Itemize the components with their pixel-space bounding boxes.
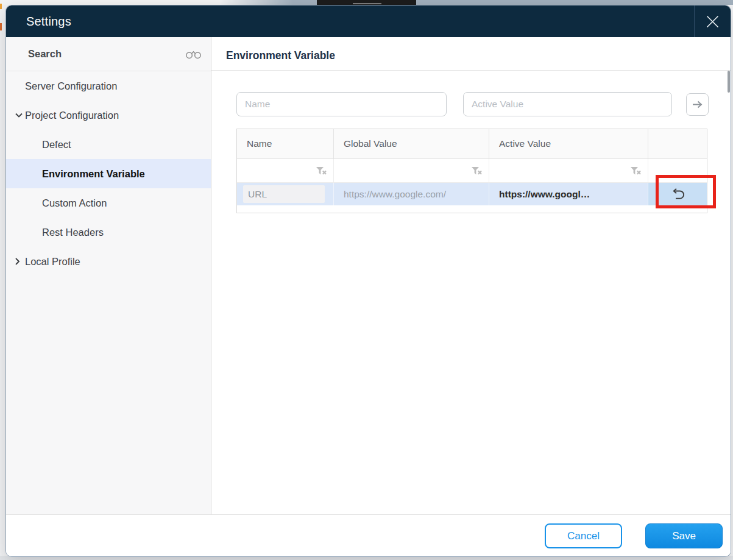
sidebar-item-label: Server Configuration xyxy=(25,80,117,92)
sidebar-item-label: Environment Variable xyxy=(42,168,145,180)
chevron-right-icon[interactable] xyxy=(15,257,20,266)
column-header-global-value: Global Value xyxy=(334,129,489,158)
save-button[interactable]: Save xyxy=(645,523,723,548)
filter-cell-actions xyxy=(648,159,707,182)
sidebar: Search Server Configuration Project Conf… xyxy=(6,37,211,514)
row-cell-global-value: https://www.google.com/ xyxy=(334,183,489,205)
name-input[interactable] xyxy=(236,92,447,116)
screen: { "window": { "title": "Settings" }, "si… xyxy=(0,0,733,560)
sidebar-item-label: Custom Action xyxy=(42,197,107,209)
add-variable-form xyxy=(236,92,709,116)
sidebar-item-rest-headers[interactable]: Rest Headers xyxy=(6,218,211,247)
variable-name-value: URL xyxy=(243,185,325,203)
undo-icon xyxy=(670,188,686,200)
column-header-active-value: Active Value xyxy=(489,129,648,158)
background-window-sliver xyxy=(0,4,2,9)
search-label: Search xyxy=(28,48,62,60)
binoculars-icon[interactable] xyxy=(185,49,202,59)
column-header-actions xyxy=(648,129,707,158)
sidebar-item-project-configuration[interactable]: Project Configuration xyxy=(6,101,211,130)
close-icon xyxy=(706,15,720,29)
title-divider xyxy=(211,70,731,71)
page-title: Environment Variable xyxy=(226,49,335,62)
filter-clear-icon[interactable] xyxy=(631,167,642,175)
table-header-row: Name Global Value Active Value xyxy=(237,129,707,159)
dialog-body: Search Server Configuration Project Conf… xyxy=(6,37,731,514)
sidebar-item-label: Project Configuration xyxy=(25,110,119,121)
close-button[interactable] xyxy=(694,5,731,37)
sidebar-search[interactable]: Search xyxy=(6,37,211,71)
sidebar-item-label: Defect xyxy=(42,139,71,151)
cancel-button[interactable]: Cancel xyxy=(545,523,622,548)
filter-cell-name[interactable] xyxy=(237,159,334,182)
background-window-sliver xyxy=(0,23,2,30)
active-value-input[interactable] xyxy=(463,92,672,116)
dialog-title: Settings xyxy=(26,15,71,29)
dialog-header: Settings xyxy=(6,5,731,37)
revert-button[interactable] xyxy=(648,183,707,205)
settings-dialog: Settings Search Server Configuration xyxy=(5,5,731,557)
main-panel: Environment Variable Name xyxy=(211,37,731,514)
sidebar-item-label: Rest Headers xyxy=(42,227,104,238)
filter-clear-icon[interactable] xyxy=(472,167,483,175)
table-row[interactable]: URL https://www.google.com/ https://www.… xyxy=(237,183,707,205)
sidebar-item-label: Local Profile xyxy=(25,256,80,268)
filter-clear-icon[interactable] xyxy=(316,167,327,175)
sidebar-item-local-profile[interactable]: Local Profile xyxy=(6,247,211,276)
chevron-down-icon[interactable] xyxy=(15,113,23,118)
column-header-name: Name xyxy=(237,129,334,158)
sidebar-item-defect[interactable]: Defect xyxy=(6,130,211,159)
table-filter-row xyxy=(237,159,707,183)
sidebar-item-server-configuration[interactable]: Server Configuration xyxy=(6,71,211,101)
row-cell-active-value: https://www.googl… xyxy=(489,183,648,205)
submit-variable-button[interactable] xyxy=(686,93,709,116)
row-cell-name: URL xyxy=(237,183,334,205)
filter-cell-global-value[interactable] xyxy=(334,159,489,182)
arrow-right-icon xyxy=(692,100,703,109)
sidebar-item-environment-variable[interactable]: Environment Variable xyxy=(6,159,211,188)
filter-cell-active-value[interactable] xyxy=(489,159,648,182)
scrollbar-thumb[interactable] xyxy=(728,71,730,93)
dialog-footer: Cancel Save xyxy=(6,514,731,556)
environment-variable-table: Name Global Value Active Value xyxy=(236,129,707,213)
table-empty-space xyxy=(237,205,707,213)
sidebar-item-custom-action[interactable]: Custom Action xyxy=(6,188,211,218)
